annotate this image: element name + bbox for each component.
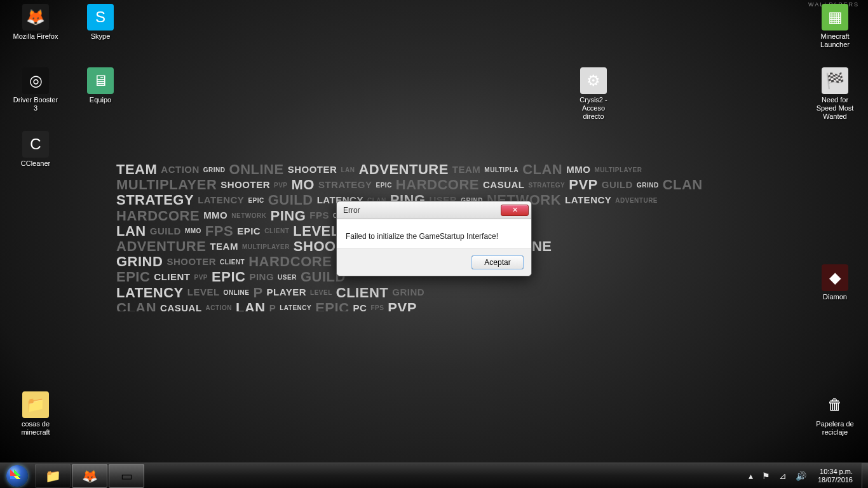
minecraft-icon: ▦	[822, 4, 848, 30]
system-tray: ▴ ⚑ ⊿ 🔊 10:34 p.m. 18/07/2016	[742, 468, 862, 484]
nfs-icon: 🏁	[822, 67, 848, 94]
desktop-icon-label: Need for Speed Most Wanted	[811, 96, 859, 121]
error-dialog: Error ✕ Failed to initialize the GameSta…	[336, 201, 532, 276]
taskbar-button-dialog[interactable]: ▭	[109, 464, 144, 488]
desktop-icon-label: Mozilla Firefox	[11, 32, 60, 41]
taskbar-button-firefox[interactable]: 🦊	[72, 464, 107, 488]
dialog-message: Failed to initialize the GameStartup Int…	[337, 219, 531, 248]
desktop-icon-crysis2[interactable]: ⚙Crysis2 - Acceso directo	[569, 67, 618, 121]
clock-time: 10:34 p.m.	[818, 468, 853, 476]
close-button[interactable]: ✕	[501, 205, 529, 216]
taskbar: 📁🦊▭ ▴ ⚑ ⊿ 🔊 10:34 p.m. 18/07/2016	[0, 463, 868, 488]
volume-icon[interactable]: 🔊	[794, 471, 808, 481]
dialog-icon: ▭	[118, 468, 135, 484]
diamon-icon: ◆	[822, 264, 848, 291]
desktop-icon-label: CCleaner	[11, 159, 60, 168]
desktop-icon-label: Minecraft Launcher	[811, 32, 859, 49]
desktop-icon-label: Equipo	[76, 96, 125, 104]
desktop-icon-ccleaner[interactable]: CCCleaner	[11, 131, 60, 168]
show-desktop-button[interactable]	[862, 463, 868, 489]
papelera-icon: 🗑	[822, 391, 848, 418]
desktop-icon-diamon[interactable]: ◆Diamon	[811, 264, 859, 301]
dialog-title: Error	[343, 206, 501, 215]
desktop-icon-firefox[interactable]: 🦊Mozilla Firefox	[11, 4, 60, 41]
dialog-titlebar[interactable]: Error ✕	[337, 201, 531, 219]
dialog-footer: Aceptar	[337, 248, 531, 276]
start-button[interactable]	[0, 463, 34, 489]
desktop-icon-label: Crysis2 - Acceso directo	[569, 96, 618, 121]
taskbar-button-explorer[interactable]: 📁	[35, 464, 71, 488]
cosas-icon: 📁	[22, 391, 49, 418]
ccleaner-icon: C	[22, 131, 49, 158]
driverbooster-icon: ◎	[22, 67, 49, 94]
desktop-icon-equipo[interactable]: 🖥Equipo	[76, 67, 125, 104]
equipo-icon: 🖥	[87, 67, 114, 94]
desktop-icon-label: Driver Booster 3	[11, 96, 60, 112]
desktop-icon-driverbooster[interactable]: ◎Driver Booster 3	[11, 67, 60, 112]
desktop-icon-cosas[interactable]: 📁cosas de minecraft	[11, 391, 60, 437]
clock-date: 18/07/2016	[818, 476, 853, 484]
firefox-icon: 🦊	[81, 468, 98, 484]
start-orb-icon	[6, 465, 28, 487]
show-hidden-icons[interactable]: ▴	[747, 471, 754, 481]
desktop-icon-papelera[interactable]: 🗑Papelera de reciclaje	[811, 391, 859, 437]
action-center-icon[interactable]: ⚑	[761, 471, 771, 481]
clock[interactable]: 10:34 p.m. 18/07/2016	[814, 468, 857, 484]
skype-icon: S	[87, 4, 114, 30]
crysis2-icon: ⚙	[580, 67, 607, 94]
desktop-icon-skype[interactable]: SSkype	[76, 4, 125, 41]
explorer-icon: 📁	[44, 468, 62, 484]
desktop-icon-label: Skype	[76, 32, 125, 41]
accept-button[interactable]: Aceptar	[471, 255, 524, 269]
desktop-icon-minecraft[interactable]: ▦Minecraft Launcher	[811, 4, 859, 49]
firefox-icon: 🦊	[22, 4, 49, 30]
desktop-icon-label: Diamon	[811, 293, 859, 301]
network-icon[interactable]: ⊿	[778, 471, 788, 481]
desktop-icon-label: cosas de minecraft	[11, 420, 60, 437]
desktop-icon-nfs[interactable]: 🏁Need for Speed Most Wanted	[811, 67, 859, 121]
desktop-icon-label: Papelera de reciclaje	[811, 420, 859, 437]
